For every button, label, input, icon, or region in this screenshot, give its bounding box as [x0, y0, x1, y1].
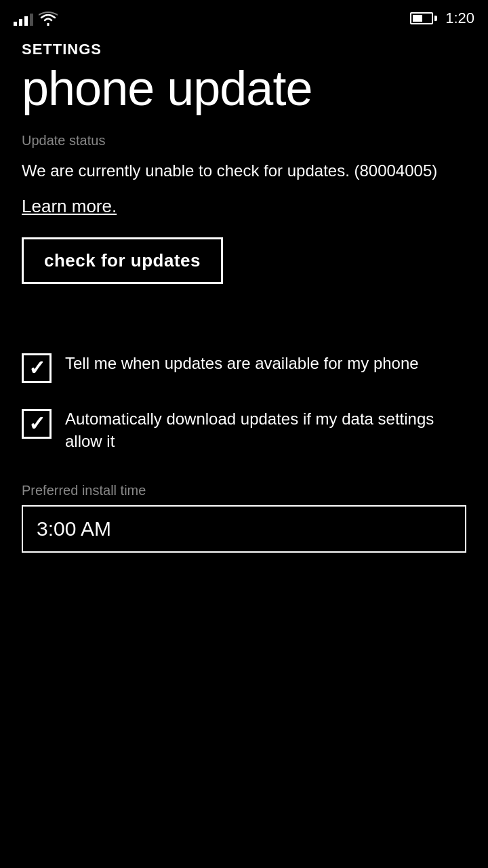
signal-icon	[14, 11, 33, 26]
preferred-time-label: Preferred install time	[22, 483, 466, 498]
time-value: 3:00 AM	[37, 517, 111, 540]
status-left	[14, 11, 58, 26]
clock: 1:20	[445, 9, 474, 27]
wifi-icon	[39, 11, 58, 26]
checkbox-auto-download[interactable]	[22, 409, 52, 439]
checkbox-section: Tell me when updates are available for m…	[22, 352, 466, 477]
checkbox-auto-download-label: Automatically download updates if my dat…	[65, 408, 466, 453]
error-message: We are currently unable to check for upd…	[22, 159, 466, 182]
battery-icon	[410, 12, 437, 24]
main-content: SETTINGS phone update Update status We a…	[0, 34, 488, 574]
page-title: phone update	[22, 64, 466, 113]
update-status-header: Update status	[22, 133, 466, 149]
status-right: 1:20	[410, 9, 474, 27]
time-picker[interactable]: 3:00 AM	[22, 505, 466, 553]
checkbox-item-1: Tell me when updates are available for m…	[22, 352, 466, 383]
checkbox-notify[interactable]	[22, 353, 52, 383]
preferred-time-section: Preferred install time 3:00 AM	[22, 483, 466, 553]
learn-more-link[interactable]: Learn more.	[22, 196, 117, 217]
settings-label: SETTINGS	[22, 41, 466, 58]
check-updates-button[interactable]: check for updates	[22, 237, 223, 284]
checkbox-notify-label: Tell me when updates are available for m…	[65, 352, 419, 375]
checkbox-item-2: Automatically download updates if my dat…	[22, 408, 466, 453]
status-bar: 1:20	[0, 0, 488, 34]
